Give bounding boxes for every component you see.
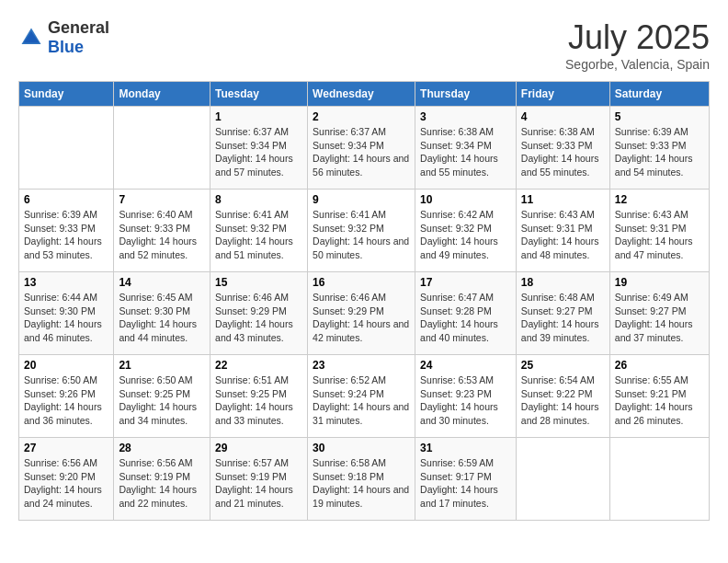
calendar-cell: 16Sunrise: 6:46 AMSunset: 9:29 PMDayligh… — [308, 272, 415, 355]
day-info: Sunrise: 6:50 AMSunset: 9:26 PMDaylight:… — [24, 373, 108, 428]
calendar-cell — [19, 107, 114, 190]
calendar-cell: 8Sunrise: 6:41 AMSunset: 9:32 PMDaylight… — [210, 190, 308, 272]
day-number: 4 — [521, 110, 605, 123]
day-number: 27 — [24, 442, 108, 454]
day-number: 18 — [521, 276, 605, 289]
day-number: 30 — [313, 442, 410, 454]
day-info: Sunrise: 6:37 AMSunset: 9:34 PMDaylight:… — [313, 125, 410, 179]
day-number: 12 — [615, 193, 704, 206]
column-header-saturday: Saturday — [609, 82, 709, 107]
day-number: 20 — [24, 359, 108, 372]
day-info: Sunrise: 6:55 AMSunset: 9:21 PMDaylight:… — [615, 373, 704, 428]
column-header-wednesday: Wednesday — [308, 82, 415, 107]
calendar-cell: 26Sunrise: 6:55 AMSunset: 9:21 PMDayligh… — [609, 355, 709, 438]
month-year-title: July 2025 — [565, 18, 710, 57]
day-number: 10 — [420, 193, 511, 206]
logo-general-text: General — [48, 18, 109, 37]
calendar-cell: 18Sunrise: 6:48 AMSunset: 9:27 PMDayligh… — [516, 272, 609, 355]
calendar-cell: 20Sunrise: 6:50 AMSunset: 9:26 PMDayligh… — [19, 355, 114, 438]
calendar-cell: 12Sunrise: 6:43 AMSunset: 9:31 PMDayligh… — [609, 190, 709, 272]
day-number: 22 — [215, 359, 302, 372]
day-number: 13 — [24, 276, 108, 289]
day-info: Sunrise: 6:41 AMSunset: 9:32 PMDaylight:… — [313, 208, 410, 262]
calendar-cell: 15Sunrise: 6:46 AMSunset: 9:29 PMDayligh… — [210, 272, 308, 355]
calendar-cell: 22Sunrise: 6:51 AMSunset: 9:25 PMDayligh… — [210, 355, 308, 438]
title-block: July 2025 Segorbe, Valencia, Spain — [565, 18, 710, 72]
day-number: 9 — [313, 193, 410, 206]
day-info: Sunrise: 6:43 AMSunset: 9:31 PMDaylight:… — [615, 208, 704, 262]
day-info: Sunrise: 6:39 AMSunset: 9:33 PMDaylight:… — [615, 125, 704, 179]
day-info: Sunrise: 6:50 AMSunset: 9:25 PMDaylight:… — [119, 373, 205, 428]
day-number: 29 — [215, 442, 302, 454]
day-number: 24 — [420, 359, 511, 372]
calendar-cell: 23Sunrise: 6:52 AMSunset: 9:24 PMDayligh… — [308, 355, 415, 438]
day-info: Sunrise: 6:47 AMSunset: 9:28 PMDaylight:… — [420, 291, 511, 345]
day-info: Sunrise: 6:46 AMSunset: 9:29 PMDaylight:… — [313, 291, 410, 345]
day-info: Sunrise: 6:57 AMSunset: 9:19 PMDaylight:… — [215, 456, 302, 511]
calendar-cell: 10Sunrise: 6:42 AMSunset: 9:32 PMDayligh… — [415, 190, 517, 272]
calendar-cell — [609, 438, 709, 521]
column-header-sunday: Sunday — [19, 82, 114, 107]
day-info: Sunrise: 6:59 AMSunset: 9:17 PMDaylight:… — [420, 456, 511, 511]
column-header-monday: Monday — [114, 82, 210, 107]
calendar-cell: 9Sunrise: 6:41 AMSunset: 9:32 PMDaylight… — [308, 190, 415, 272]
day-info: Sunrise: 6:41 AMSunset: 9:32 PMDaylight:… — [215, 208, 302, 262]
calendar-cell: 3Sunrise: 6:38 AMSunset: 9:34 PMDaylight… — [415, 107, 517, 190]
calendar-week-3: 13Sunrise: 6:44 AMSunset: 9:30 PMDayligh… — [19, 272, 710, 355]
day-info: Sunrise: 6:44 AMSunset: 9:30 PMDaylight:… — [24, 291, 108, 345]
calendar-cell — [516, 438, 609, 521]
calendar-header-row: SundayMondayTuesdayWednesdayThursdayFrid… — [19, 82, 710, 107]
logo-icon — [18, 25, 44, 51]
calendar-week-2: 6Sunrise: 6:39 AMSunset: 9:33 PMDaylight… — [19, 190, 710, 272]
calendar-cell: 27Sunrise: 6:56 AMSunset: 9:20 PMDayligh… — [19, 438, 114, 521]
calendar-cell: 14Sunrise: 6:45 AMSunset: 9:30 PMDayligh… — [114, 272, 210, 355]
day-number: 19 — [615, 276, 704, 289]
calendar-cell: 5Sunrise: 6:39 AMSunset: 9:33 PMDaylight… — [609, 107, 709, 190]
calendar-cell: 17Sunrise: 6:47 AMSunset: 9:28 PMDayligh… — [415, 272, 517, 355]
calendar-cell: 31Sunrise: 6:59 AMSunset: 9:17 PMDayligh… — [415, 438, 517, 521]
page-header: General Blue July 2025 Segorbe, Valencia… — [18, 18, 710, 72]
calendar-cell: 30Sunrise: 6:58 AMSunset: 9:18 PMDayligh… — [308, 438, 415, 521]
day-info: Sunrise: 6:54 AMSunset: 9:22 PMDaylight:… — [521, 373, 605, 428]
calendar-cell: 19Sunrise: 6:49 AMSunset: 9:27 PMDayligh… — [609, 272, 709, 355]
day-number: 5 — [615, 110, 704, 123]
calendar-cell: 29Sunrise: 6:57 AMSunset: 9:19 PMDayligh… — [210, 438, 308, 521]
calendar-cell: 6Sunrise: 6:39 AMSunset: 9:33 PMDaylight… — [19, 190, 114, 272]
day-number: 28 — [119, 442, 205, 454]
day-info: Sunrise: 6:38 AMSunset: 9:33 PMDaylight:… — [521, 125, 605, 179]
day-info: Sunrise: 6:48 AMSunset: 9:27 PMDaylight:… — [521, 291, 605, 345]
day-info: Sunrise: 6:38 AMSunset: 9:34 PMDaylight:… — [420, 125, 511, 179]
logo: General Blue — [18, 18, 109, 57]
calendar-cell: 24Sunrise: 6:53 AMSunset: 9:23 PMDayligh… — [415, 355, 517, 438]
day-info: Sunrise: 6:43 AMSunset: 9:31 PMDaylight:… — [521, 208, 605, 262]
day-info: Sunrise: 6:42 AMSunset: 9:32 PMDaylight:… — [420, 208, 511, 262]
calendar-cell: 2Sunrise: 6:37 AMSunset: 9:34 PMDaylight… — [308, 107, 415, 190]
day-number: 21 — [119, 359, 205, 372]
day-info: Sunrise: 6:40 AMSunset: 9:33 PMDaylight:… — [119, 208, 205, 262]
day-info: Sunrise: 6:52 AMSunset: 9:24 PMDaylight:… — [313, 373, 410, 428]
calendar-cell: 21Sunrise: 6:50 AMSunset: 9:25 PMDayligh… — [114, 355, 210, 438]
day-number: 14 — [119, 276, 205, 289]
calendar-cell: 13Sunrise: 6:44 AMSunset: 9:30 PMDayligh… — [19, 272, 114, 355]
day-info: Sunrise: 6:39 AMSunset: 9:33 PMDaylight:… — [24, 208, 108, 262]
day-info: Sunrise: 6:51 AMSunset: 9:25 PMDaylight:… — [215, 373, 302, 428]
day-info: Sunrise: 6:58 AMSunset: 9:18 PMDaylight:… — [313, 456, 410, 511]
column-header-tuesday: Tuesday — [210, 82, 308, 107]
day-info: Sunrise: 6:37 AMSunset: 9:34 PMDaylight:… — [215, 125, 302, 179]
calendar-cell: 7Sunrise: 6:40 AMSunset: 9:33 PMDaylight… — [114, 190, 210, 272]
day-number: 26 — [615, 359, 704, 372]
day-info: Sunrise: 6:56 AMSunset: 9:19 PMDaylight:… — [119, 456, 205, 511]
calendar-cell — [114, 107, 210, 190]
location-subtitle: Segorbe, Valencia, Spain — [565, 57, 710, 72]
calendar-week-4: 20Sunrise: 6:50 AMSunset: 9:26 PMDayligh… — [19, 355, 710, 438]
column-header-thursday: Thursday — [415, 82, 517, 107]
calendar-table: SundayMondayTuesdayWednesdayThursdayFrid… — [18, 81, 710, 521]
day-number: 31 — [420, 442, 511, 454]
column-header-friday: Friday — [516, 82, 609, 107]
calendar-cell: 28Sunrise: 6:56 AMSunset: 9:19 PMDayligh… — [114, 438, 210, 521]
day-info: Sunrise: 6:49 AMSunset: 9:27 PMDaylight:… — [615, 291, 704, 345]
day-number: 1 — [215, 110, 302, 123]
calendar-cell: 11Sunrise: 6:43 AMSunset: 9:31 PMDayligh… — [516, 190, 609, 272]
day-info: Sunrise: 6:56 AMSunset: 9:20 PMDaylight:… — [24, 456, 108, 511]
day-info: Sunrise: 6:45 AMSunset: 9:30 PMDaylight:… — [119, 291, 205, 345]
